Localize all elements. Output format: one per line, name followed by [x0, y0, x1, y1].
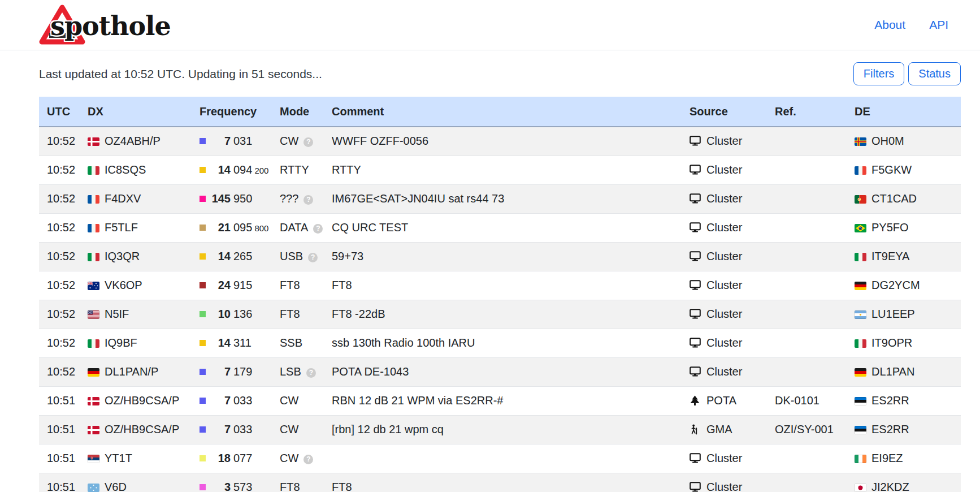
comment-cell: FT8	[324, 271, 682, 300]
column-header-frequency: Frequency	[192, 97, 272, 127]
mode-help-icon[interactable]: ?	[306, 368, 316, 378]
dx-callsign[interactable]: DL1PAN/P	[105, 365, 158, 378]
de-callsign[interactable]: IT9OPR	[871, 336, 912, 349]
spothole-logo[interactable]: spothole	[39, 3, 171, 46]
utc-cell: 10:52	[39, 213, 80, 242]
freq-mhz: 14	[209, 336, 231, 349]
mode-label: RTTY	[280, 163, 309, 176]
dx-callsign[interactable]: VK6OP	[105, 279, 142, 291]
ref-cell	[767, 329, 847, 357]
ref-cell: OZI/SY-001	[767, 415, 847, 444]
dk-flag-icon	[88, 426, 99, 434]
tree-icon	[690, 395, 701, 406]
ee-flag-icon	[855, 426, 866, 434]
utc-cell: 10:52	[39, 271, 80, 300]
dx-callsign[interactable]: IQ3QR	[105, 250, 140, 262]
dx-callsign[interactable]: F4DXV	[105, 192, 141, 205]
comment-cell: ssb 130th Radio 100th IARU	[324, 329, 682, 357]
nav-link-about[interactable]: About	[874, 18, 905, 32]
de-callsign[interactable]: ES2RR	[871, 423, 909, 435]
de-callsign[interactable]: ES2RR	[871, 394, 909, 407]
freq-khz: 950	[233, 192, 252, 205]
source-label: Cluster	[706, 336, 742, 349]
utc-cell: 10:51	[39, 473, 80, 492]
dk-flag-icon	[88, 137, 99, 146]
freq-khz: 265	[233, 250, 252, 262]
ref-cell	[767, 473, 847, 492]
monitor-icon	[690, 280, 701, 291]
spot-row: 10:52 IQ3QR 14265 USB? 59+73 Cluster IT9…	[39, 242, 961, 271]
freq-sub: 800	[254, 223, 268, 233]
de-callsign[interactable]: F5GKW	[871, 163, 912, 176]
freq-khz: 077	[233, 452, 252, 464]
fr-flag-icon	[855, 166, 866, 175]
column-header-comment: Comment	[324, 97, 682, 127]
source-label: Cluster	[706, 481, 742, 492]
freq-khz: 915	[233, 279, 252, 291]
freq-mhz: 14	[209, 163, 231, 176]
freq-mhz: 7	[209, 135, 231, 148]
dx-callsign[interactable]: YT1T	[105, 452, 132, 464]
comment-cell: WWFF OZFF-0056	[324, 127, 682, 156]
mode-help-icon[interactable]: ?	[303, 195, 313, 205]
monitor-icon	[690, 136, 701, 146]
comment-cell: POTA DE-1043	[324, 357, 682, 386]
mode-help-icon[interactable]: ?	[303, 137, 313, 147]
de-callsign[interactable]: LU1EEP	[871, 308, 915, 320]
nav-link-api[interactable]: API	[929, 18, 948, 32]
dx-callsign[interactable]: OZ/HB9CSA/P	[105, 423, 179, 435]
dx-callsign[interactable]: IQ9BF	[105, 336, 137, 349]
mode-help-icon[interactable]: ?	[308, 253, 318, 262]
band-color-square	[200, 398, 206, 404]
monitor-icon	[690, 482, 701, 492]
mode-label: FT8	[280, 308, 300, 320]
source-label: Cluster	[706, 308, 742, 320]
de-callsign[interactable]: JI2KDZ	[871, 481, 909, 492]
utc-cell: 10:52	[39, 184, 80, 213]
dx-callsign[interactable]: V6D	[105, 481, 127, 492]
spot-row: 10:51 YT1T 18077 CW? Cluster EI9EZ	[39, 444, 961, 473]
dx-callsign[interactable]: OZ4ABH/P	[105, 135, 161, 147]
utc-cell: 10:51	[39, 444, 80, 473]
comment-cell	[324, 444, 682, 473]
mode-label: CW	[280, 452, 298, 464]
source-label: POTA	[706, 394, 736, 407]
freq-khz: 031	[233, 135, 252, 147]
de-callsign[interactable]: OH0M	[871, 135, 904, 147]
last-updated-text: Last updated at 10:52 UTC. Updating in 5…	[39, 67, 322, 81]
spot-row: 10:52 N5IF 10136 FT8 FT8 -22dB Cluster L…	[39, 300, 961, 329]
de-callsign[interactable]: PY5FO	[871, 221, 909, 234]
band-color-square	[200, 253, 206, 260]
it-flag-icon	[88, 253, 99, 261]
freq-mhz: 21	[209, 221, 231, 234]
comment-cell: 59+73	[324, 242, 682, 271]
pt-flag-icon	[855, 195, 866, 204]
fr-flag-icon	[88, 224, 99, 232]
status-button[interactable]: Status	[908, 62, 961, 85]
dx-callsign[interactable]: IC8SQS	[105, 163, 146, 176]
source-label: Cluster	[706, 452, 742, 464]
filters-button[interactable]: Filters	[853, 62, 904, 85]
freq-khz: 033	[233, 394, 252, 407]
de-flag-icon	[88, 368, 99, 377]
spot-row: 10:51 OZ/HB9CSA/P 7033 CW [rbn] 12 db 21…	[39, 415, 961, 444]
ref-cell	[767, 357, 847, 386]
mode-help-icon[interactable]: ?	[313, 224, 323, 234]
ref-cell	[767, 184, 847, 213]
spots-table-header: UTC DX Frequency Mode Comment Source Ref…	[39, 97, 961, 127]
de-callsign[interactable]: IT9EYA	[871, 250, 909, 262]
main-content: Last updated at 10:52 UTC. Updating in 5…	[39, 62, 961, 492]
de-callsign[interactable]: DG2YCM	[871, 279, 920, 291]
dx-callsign[interactable]: N5IF	[105, 308, 129, 320]
dx-callsign[interactable]: OZ/HB9CSA/P	[105, 394, 179, 407]
source-label: Cluster	[706, 221, 742, 234]
spot-row: 10:52 F4DXV 145950 ???? IM67GE<SAT>JN04I…	[39, 184, 961, 213]
freq-khz: 311	[233, 336, 251, 349]
de-callsign[interactable]: DL1PAN	[871, 365, 914, 378]
de-callsign[interactable]: EI9EZ	[871, 452, 903, 464]
utc-cell: 10:52	[39, 300, 80, 329]
freq-mhz: 10	[209, 308, 231, 321]
de-callsign[interactable]: CT1CAD	[871, 192, 917, 205]
mode-help-icon[interactable]: ?	[303, 455, 313, 464]
dx-callsign[interactable]: F5TLF	[105, 221, 138, 234]
